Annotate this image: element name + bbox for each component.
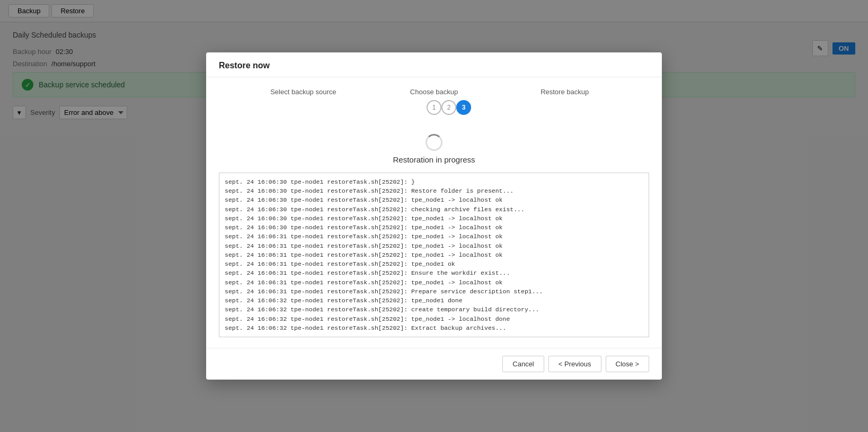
previous-button[interactable]: < Previous [548, 356, 601, 372]
log-line: sept. 24 16:06:31 tpe-node1 restoreTask.… [225, 250, 643, 259]
step3-label: Restore backup [499, 88, 630, 96]
log-line: sept. 24 16:06:30 tpe-node1 restoreTask.… [225, 186, 643, 195]
step3-circle: 3 [456, 100, 471, 115]
log-line: sept. 24 16:06:31 tpe-node1 restoreTask.… [225, 241, 643, 250]
progress-label: Restoration in progress [219, 155, 649, 164]
modal-header: Restore now [206, 52, 662, 77]
spinner-wrap [219, 134, 649, 151]
step1-circle: 1 [427, 100, 441, 115]
log-line: sept. 24 16:06:30 tpe-node1 restoreTask.… [225, 195, 643, 204]
restore-modal: Restore now Select backup source Choose … [206, 52, 662, 380]
modal-overlay: Restore now Select backup source Choose … [0, 0, 868, 432]
log-line: sept. 24 16:06:30 tpe-node1 restoreTask.… [225, 177, 643, 186]
log-line: sept. 24 16:06:30 tpe-node1 restoreTask.… [225, 223, 643, 232]
log-line: sept. 24 16:06:31 tpe-node1 restoreTask.… [225, 278, 643, 287]
log-line: sept. 24 16:06:32 tpe-node1 restoreTask.… [225, 323, 643, 332]
log-line: sept. 24 16:06:31 tpe-node1 restoreTask.… [225, 287, 643, 296]
log-line: sept. 24 16:06:30 tpe-node1 restoreTask.… [225, 214, 643, 223]
log-line: sept. 24 16:06:32 tpe-node1 restoreTask.… [225, 314, 643, 323]
close-button[interactable]: Close > [606, 356, 649, 372]
modal-footer: Cancel < Previous Close > [206, 348, 662, 380]
cancel-button[interactable]: Cancel [502, 356, 544, 372]
log-line: sept. 24 16:06:32 tpe-node1 restoreTask.… [225, 305, 643, 314]
step2-circle: 2 [441, 100, 456, 115]
progress-spinner [426, 134, 442, 151]
log-line: sept. 24 16:06:30 tpe-node1 restoreTask.… [225, 205, 643, 214]
modal-title: Restore now [219, 61, 270, 70]
step2-label: Choose backup [369, 88, 500, 96]
log-line: sept. 24 16:06:31 tpe-node1 restoreTask.… [225, 232, 643, 241]
step1-label: Select backup source [238, 88, 369, 96]
log-line: sept. 24 16:06:31 tpe-node1 restoreTask.… [225, 268, 643, 277]
log-box[interactable]: sept. 24 16:06:30 tpe-node1 restoreTask.… [219, 173, 649, 337]
modal-body: Restoration in progress sept. 24 16:06:3… [206, 123, 662, 348]
log-line: sept. 24 16:06:31 tpe-node1 restoreTask.… [225, 259, 643, 268]
log-line: sept. 24 16:06:32 tpe-node1 restoreTask.… [225, 296, 643, 305]
